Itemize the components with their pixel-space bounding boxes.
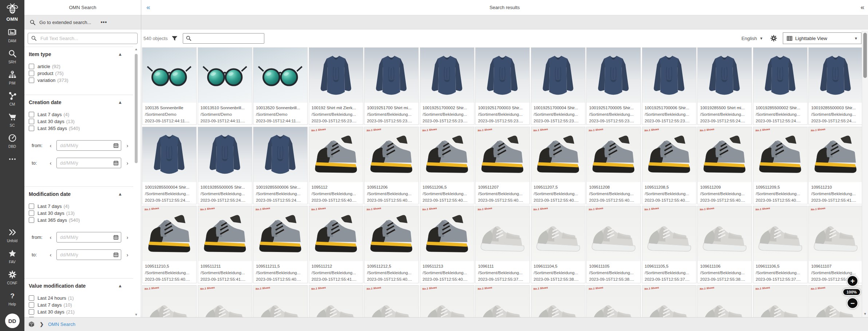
result-card[interactable]: No.1 Shoes109511210,5/Sortiment/Bekleidu…: [142, 206, 197, 283]
filter-option[interactable]: product(75): [29, 70, 133, 77]
checkbox[interactable]: [29, 210, 34, 216]
result-card[interactable]: No.1 Shoes: [531, 285, 585, 318]
result-card[interactable]: No.1 Shoes109511207,5/Sortiment/Bekleidu…: [531, 127, 585, 204]
date-to-input[interactable]: [57, 252, 108, 258]
date-from-input[interactable]: [57, 142, 108, 149]
user-avatar[interactable]: DD: [5, 314, 20, 328]
filter-option[interactable]: Last 365 days(540): [29, 217, 133, 224]
checkbox[interactable]: [29, 204, 34, 209]
filter-option[interactable]: Last 30 days(13): [29, 118, 133, 125]
filter-section-header[interactable]: Modification date▲: [24, 191, 133, 197]
omn-logo[interactable]: OMN: [6, 2, 19, 22]
result-card[interactable]: No.1 Shoes109511210/Sortiment/Bekleidung…: [808, 127, 862, 204]
result-card[interactable]: No.1 Shoes109511209,5/Sortiment/Bekleidu…: [753, 127, 808, 204]
date-to-input-box[interactable]: [56, 249, 121, 260]
chevron-right-icon[interactable]: ›: [125, 160, 130, 166]
checkbox[interactable]: [29, 78, 34, 83]
result-card[interactable]: No.1 Shoes: [642, 285, 697, 318]
rail-item-srh[interactable]: SRH: [8, 49, 17, 64]
result-card[interactable]: 10013520 Sonnenbrill.../Sortiment/Demo20…: [253, 47, 308, 125]
more-dots-icon[interactable]: •••: [100, 19, 107, 25]
rail-item-help[interactable]: ?Help: [7, 291, 17, 306]
result-card[interactable]: 10019285500004 Shir.../Sortiment/Bekleid…: [142, 127, 197, 204]
result-card[interactable]: No.1 Shoes: [586, 285, 641, 318]
checkbox[interactable]: [29, 112, 34, 117]
sidebar-scrollbar[interactable]: ▲ ▼: [134, 47, 139, 316]
result-card[interactable]: No.1 Shoes109511211/Sortiment/Bekleidung…: [198, 206, 252, 283]
result-card[interactable]: 10019251700004 Shir.../Sortiment/Bekleid…: [531, 47, 585, 125]
result-card[interactable]: 10019285500002 Shir.../Sortiment/Bekleid…: [753, 47, 808, 125]
result-card[interactable]: 10019285500003 Shir.../Sortiment/Bekleid…: [808, 47, 862, 125]
rail-item-conf[interactable]: CONF: [7, 270, 17, 285]
result-card[interactable]: No.1 Shoes109511211,5/Sortiment/Bekleidu…: [253, 206, 308, 283]
result-card[interactable]: No.1 Shoes109511206/Sortiment/Bekleidung…: [364, 127, 419, 204]
result-card[interactable]: No.1 Shoes109511207/Sortiment/Bekleidung…: [475, 127, 530, 204]
breadcrumb-link[interactable]: OMN Search: [48, 322, 75, 327]
rail-item-pim[interactable]: PPIM: [8, 70, 17, 85]
result-card[interactable]: No.1 Shoes109511212,5/Sortiment/Bekleidu…: [364, 206, 419, 283]
collapse-sidebar-icon[interactable]: «: [146, 4, 150, 11]
language-selector[interactable]: English ▼: [741, 36, 763, 41]
checkbox[interactable]: [29, 302, 34, 308]
checkbox[interactable]: [29, 119, 34, 124]
chevron-right-icon[interactable]: ›: [125, 252, 130, 258]
chevron-left-icon[interactable]: ‹: [48, 142, 54, 149]
scroll-down-icon[interactable]: ▼: [134, 313, 139, 316]
chevron-right-icon[interactable]: ›: [125, 234, 130, 240]
chevron-left-icon[interactable]: ‹: [48, 252, 54, 258]
chevron-up-icon[interactable]: ▲: [118, 52, 122, 57]
filter-funnel-icon[interactable]: [171, 35, 178, 42]
result-card[interactable]: No.1 Shoes: [309, 285, 363, 318]
scrollbar-thumb[interactable]: [135, 54, 138, 163]
result-card[interactable]: No.1 Shoes: [697, 285, 752, 318]
rail-item-fav[interactable]: FAV: [7, 249, 17, 264]
result-card[interactable]: No.1 Shoes109511209/Sortiment/Bekleidung…: [697, 127, 752, 204]
result-card[interactable]: No.1 Shoes109611104,5/Sortiment/Bekleidu…: [531, 206, 585, 283]
result-card[interactable]: 10019251700002 Shir.../Sortiment/Bekleid…: [420, 47, 474, 125]
filter-option[interactable]: article(92): [29, 63, 133, 70]
result-card[interactable]: No.1 Shoes109511208/Sortiment/Bekleidung…: [586, 127, 641, 204]
result-card[interactable]: No.1 Shoes109611105/Sortiment/Bekleidung…: [586, 206, 641, 283]
date-from-input-box[interactable]: [56, 232, 121, 243]
fulltext-search-box[interactable]: [28, 33, 138, 44]
date-from-input[interactable]: [57, 234, 108, 240]
results-search-box[interactable]: [183, 33, 264, 44]
result-card[interactable]: 10019251700006 Shir.../Sortiment/Bekleid…: [642, 47, 697, 125]
filter-option[interactable]: Last 365 days(540): [29, 125, 133, 132]
scrollbar-thumb[interactable]: [863, 33, 867, 78]
result-card[interactable]: 10019285500 Shirt mi.../Sortiment/Beklei…: [697, 47, 752, 125]
result-card[interactable]: No.1 Shoes: [253, 285, 308, 318]
result-card[interactable]: No.1 Shoes109611106/Sortiment/Bekleidung…: [697, 206, 752, 283]
result-card[interactable]: No.1 Shoes109511212/Sortiment/Bekleidung…: [309, 206, 363, 283]
results-search-input[interactable]: [194, 35, 261, 42]
collapse-panel-icon[interactable]: «: [860, 4, 864, 11]
result-card[interactable]: No.1 Shoes: [142, 285, 197, 318]
chevron-up-icon[interactable]: ▲: [118, 283, 122, 288]
result-card[interactable]: No.1 Shoes109611107/Sortiment/Bekleidung…: [808, 206, 862, 283]
chevron-left-icon[interactable]: ‹: [48, 234, 54, 240]
date-from-input-box[interactable]: [56, 140, 121, 151]
results-scrollbar[interactable]: ▼: [862, 31, 868, 317]
checkbox[interactable]: [29, 64, 34, 69]
result-card[interactable]: No.1 Shoes1096111/Sortiment/Bekleidung..…: [475, 206, 530, 283]
result-card[interactable]: 10019285500006 Shir.../Sortiment/Bekleid…: [253, 127, 308, 204]
fulltext-search-input[interactable]: [40, 35, 134, 42]
chevron-up-icon[interactable]: ▲: [118, 192, 122, 197]
rail-item-sc[interactable]: SC: [8, 113, 17, 127]
result-card[interactable]: 10019285500005 Shir.../Sortiment/Bekleid…: [198, 127, 252, 204]
filter-option[interactable]: Last 7 days(10): [29, 302, 133, 308]
rail-item-more[interactable]: [8, 155, 17, 165]
result-card[interactable]: 100192 Shirt mit Zierk.../Sortiment/Bekl…: [309, 47, 363, 125]
chevron-right-icon[interactable]: ›: [125, 142, 130, 149]
result-card[interactable]: 10019251700 Shirt mi.../Sortiment/Beklei…: [364, 47, 419, 125]
result-card[interactable]: No.1 Shoes109611105,5/Sortiment/Bekleidu…: [642, 206, 697, 283]
result-card[interactable]: No.1 Shoes: [198, 285, 252, 318]
scroll-up-icon[interactable]: ▲: [134, 47, 139, 51]
result-card[interactable]: No.1 Shoes: [364, 285, 419, 318]
extended-search-row[interactable]: Go to extended search... •••: [24, 15, 141, 29]
checkbox[interactable]: [29, 309, 34, 315]
zoom-in-button[interactable]: +: [847, 275, 858, 287]
result-card[interactable]: 10013510 Sonnenbrill.../Sortiment/Demo20…: [198, 47, 252, 125]
checkbox[interactable]: [29, 217, 34, 223]
result-card[interactable]: No.1 Shoes109511213/Sortiment/Bekleidung…: [420, 206, 474, 283]
